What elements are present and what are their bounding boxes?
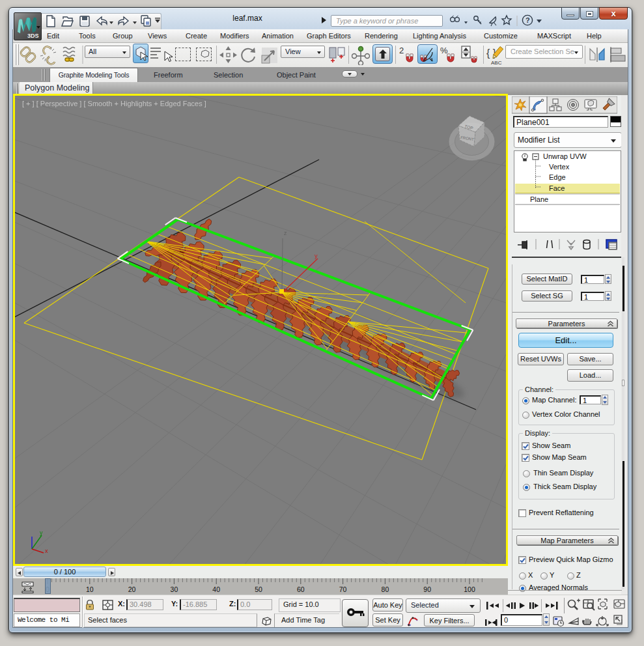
svg-text:60: 60 [297, 585, 305, 593]
svg-text:10: 10 [86, 585, 94, 593]
svg-text:y: y [315, 253, 318, 259]
svg-text:50: 50 [255, 585, 262, 593]
svg-text:20: 20 [128, 585, 136, 593]
svg-text:Vertex: Vertex [549, 163, 570, 171]
svg-text:y: y [40, 529, 43, 536]
svg-text:Unwrap UVW: Unwrap UVW [543, 152, 587, 160]
svg-text:70: 70 [339, 585, 347, 593]
svg-text:z: z [284, 230, 287, 236]
svg-text:ABC: ABC [491, 60, 502, 66]
svg-text:90: 90 [423, 585, 431, 593]
svg-text:30: 30 [171, 585, 178, 593]
svg-text:80: 80 [382, 585, 389, 593]
svg-text:?: ? [525, 16, 530, 24]
svg-text:2: 2 [399, 46, 404, 55]
svg-text:40: 40 [212, 585, 220, 593]
svg-text:Face: Face [549, 184, 565, 192]
svg-text:3DS: 3DS [27, 33, 39, 39]
svg-text:[ + ] [ Perspective ] [ Smooth: [ + ] [ Perspective ] [ Smooth + Highlig… [22, 100, 206, 107]
svg-text:Edge: Edge [549, 173, 566, 181]
svg-text:100: 100 [464, 585, 475, 593]
svg-text:Plane: Plane [530, 195, 548, 203]
svg-text:x: x [45, 548, 48, 554]
svg-text:%: % [440, 46, 448, 55]
